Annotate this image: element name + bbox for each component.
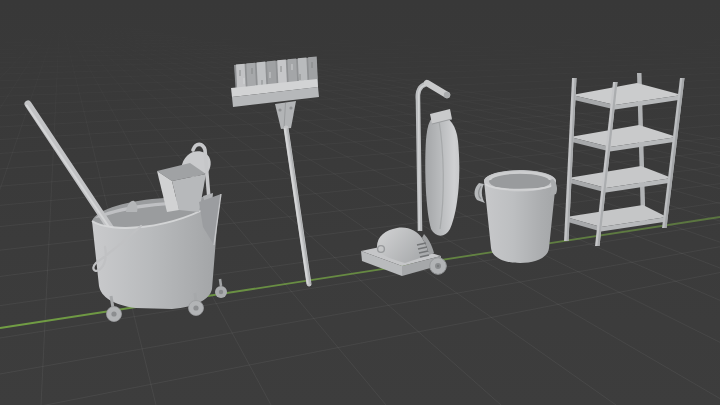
mop-bucket-object[interactable] [27,104,227,322]
vacuum-grip-endcap [444,92,450,98]
push-broom-object[interactable] [231,56,319,284]
round-bin-object[interactable] [475,170,557,263]
bin-handle-left [475,183,485,203]
upright-vacuum-object[interactable] [361,83,459,276]
shelf-tier-4 [566,205,667,232]
bucket-caster-rear-right [215,279,227,298]
broom-handle [286,128,309,284]
broom-handle-highlight [285,128,308,284]
mop-handle-highlight [27,106,109,228]
vacuum-handle-grip [427,83,447,95]
broom-handle-shade [288,128,311,284]
shelf-tier-2 [570,125,677,152]
broom-bracket-screw [278,108,281,111]
shelf-tier-3 [568,166,672,193]
shelving-unit-object[interactable] [564,73,685,246]
vacuum-wheel [430,258,447,275]
3d-viewport[interactable] [0,0,720,405]
vacuum-bag [425,116,459,235]
broom-bracket-screw [289,106,292,109]
scene-objects [0,0,720,405]
shelf-tier-1 [572,83,682,110]
